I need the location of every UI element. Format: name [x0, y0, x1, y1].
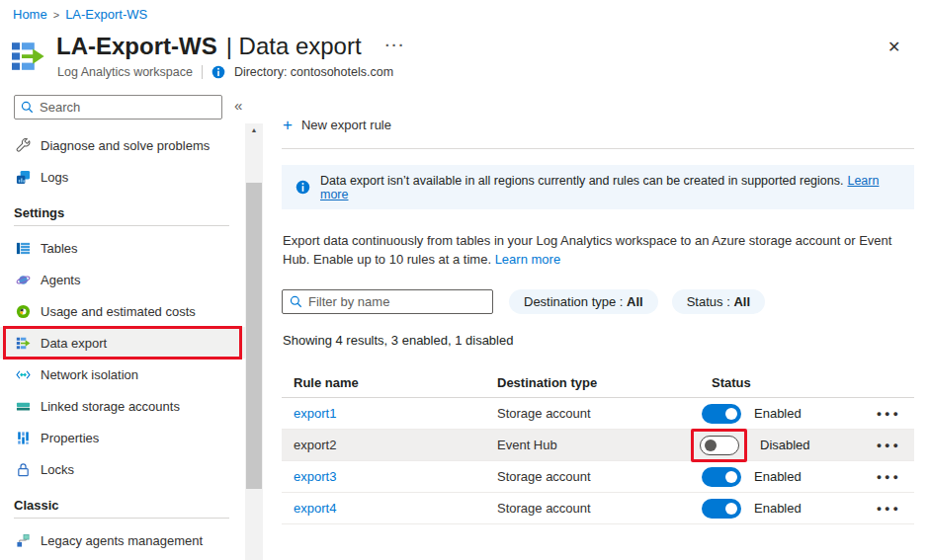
- sidebar-item-locks[interactable]: Locks: [0, 453, 245, 485]
- sidebar-item-label: Legacy agents management: [41, 533, 203, 548]
- workspace-name: LA-Export-WS: [56, 33, 217, 60]
- subtitle-divider: [202, 65, 203, 79]
- sidebar-item-usage[interactable]: Usage and estimated costs: [0, 295, 245, 327]
- pill-value: All: [733, 294, 750, 309]
- results-summary: Showing 4 results, 3 enabled, 1 disabled: [283, 333, 513, 348]
- scrollbar-up-arrow-icon[interactable]: ▲: [245, 126, 263, 133]
- table-row-export2: export2 Event Hub Disabled ●●●: [282, 430, 914, 461]
- info-icon: [211, 65, 225, 79]
- row-context-menu-icon[interactable]: ●●●: [877, 472, 914, 482]
- rule-name-link[interactable]: export4: [294, 501, 336, 516]
- destination-type-cell: Event Hub: [497, 438, 702, 452]
- section-label: Settings: [14, 205, 64, 220]
- status-toggle[interactable]: [702, 499, 741, 519]
- sidebar-item-linked-storage[interactable]: Linked storage accounts: [0, 390, 245, 422]
- directory-label: Directory: contosohotels.com: [234, 65, 393, 79]
- filter-row: Destination type : All Status : All: [282, 289, 765, 314]
- sidebar-item-data-export[interactable]: Data export: [0, 327, 245, 359]
- header-subtitle: Log Analytics workspace Directory: conto…: [57, 65, 393, 79]
- pill-label: Status :: [687, 294, 730, 309]
- info-banner: Data export isn’t available in all regio…: [282, 165, 914, 209]
- table-row-export1: export1 Storage account Enabled ●●●: [282, 398, 914, 430]
- rule-name-link[interactable]: export1: [294, 406, 336, 421]
- table-header-row: Rule name Destination type Status: [282, 367, 914, 398]
- breadcrumb-home-link[interactable]: Home: [13, 7, 47, 22]
- search-icon: [290, 295, 302, 308]
- sidebar-scrollbar[interactable]: ▲: [245, 123, 263, 560]
- close-icon[interactable]: ✕: [887, 38, 900, 56]
- filter-by-name-input[interactable]: [308, 294, 485, 309]
- sidebar-item-label: Data export: [41, 336, 107, 351]
- status-toggle-wrap: [702, 404, 741, 424]
- destination-type-cell: Storage account: [497, 501, 702, 516]
- status-toggle[interactable]: [702, 467, 741, 487]
- sidebar-item-label: Network isolation: [41, 367, 138, 382]
- sidebar: « Diagnose and solve problems Logs Setti…: [0, 89, 267, 560]
- rule-name-link[interactable]: export2: [294, 438, 336, 452]
- description-learn-more-link[interactable]: Learn more: [495, 252, 560, 267]
- info-icon: [296, 180, 310, 195]
- properties-icon: [15, 430, 31, 445]
- sidebar-item-legacy-agents[interactable]: Legacy agents management: [0, 524, 245, 556]
- title-more-menu-button[interactable]: ···: [385, 37, 406, 53]
- page-title: LA-Export-WS | Data export ···: [56, 33, 406, 60]
- row-context-menu-icon[interactable]: ●●●: [877, 504, 914, 514]
- destination-type-filter-pill[interactable]: Destination type : All: [509, 289, 658, 314]
- status-label: Enabled: [754, 406, 802, 421]
- rule-name-link[interactable]: export3: [294, 469, 336, 484]
- sidebar-search[interactable]: [14, 95, 222, 120]
- sidebar-item-logs[interactable]: Logs: [0, 161, 245, 193]
- collapse-sidebar-icon[interactable]: «: [234, 97, 242, 114]
- destination-type-cell: Storage account: [497, 469, 702, 484]
- table-row-export3: export3 Storage account Enabled ●●●: [282, 461, 914, 493]
- banner-text: Data export isn’t available in all regio…: [320, 174, 900, 201]
- table-icon: [15, 240, 31, 256]
- section-label: Classic: [14, 498, 59, 513]
- main-content: + New export rule Data export isn’t avai…: [282, 89, 914, 560]
- row-context-menu-icon[interactable]: ●●●: [877, 409, 914, 419]
- sidebar-item-agents[interactable]: Agents: [0, 264, 245, 295]
- table-row-export4: export4 Storage account Enabled ●●●: [282, 493, 914, 524]
- status-toggle-wrap-callout: [691, 429, 747, 462]
- storage-icon: [15, 398, 31, 414]
- status-toggle[interactable]: [702, 404, 741, 424]
- status-filter-pill[interactable]: Status : All: [672, 289, 765, 314]
- row-context-menu-icon[interactable]: ●●●: [877, 440, 914, 450]
- new-export-rule-button[interactable]: + New export rule: [283, 117, 391, 133]
- scrollbar-thumb[interactable]: [246, 183, 262, 489]
- pill-label: Destination type :: [524, 294, 623, 309]
- description-text: Export data continuously from tables in …: [283, 231, 900, 269]
- wrench-icon: [15, 137, 31, 153]
- sidebar-item-diagnose[interactable]: Diagnose and solve problems: [0, 129, 245, 161]
- breadcrumb-workspace-link[interactable]: LA-Export-WS: [65, 7, 147, 22]
- sidebar-item-properties[interactable]: Properties: [0, 422, 245, 453]
- status-toggle[interactable]: [700, 436, 739, 455]
- breadcrumb-separator: >: [53, 9, 59, 21]
- sidebar-item-label: Logs: [41, 170, 68, 185]
- sidebar-item-label: Agents: [41, 273, 80, 287]
- logs-icon: [15, 169, 31, 185]
- sidebar-section-classic: Classic: [0, 485, 245, 524]
- plus-icon: +: [283, 117, 293, 133]
- sidebar-item-tables[interactable]: Tables: [0, 232, 245, 264]
- column-header-rule-name: Rule name: [282, 375, 497, 390]
- sidebar-item-label: Tables: [41, 241, 78, 256]
- legacy-agents-icon: [15, 532, 31, 548]
- data-export-icon: [10, 39, 45, 74]
- commandbar-divider: [282, 148, 914, 149]
- data-export-blade: Home > LA-Export-WS LA-Export-WS | Data …: [0, 0, 929, 560]
- sidebar-item-network-isolation[interactable]: Network isolation: [0, 359, 245, 390]
- pill-value: All: [627, 294, 643, 309]
- sidebar-item-label: Diagnose and solve problems: [41, 138, 210, 153]
- filter-by-name-field[interactable]: [282, 289, 493, 314]
- network-isolation-icon: [15, 366, 31, 382]
- search-input[interactable]: [40, 100, 215, 115]
- breadcrumb: Home > LA-Export-WS: [13, 7, 147, 22]
- destination-type-cell: Storage account: [497, 406, 702, 421]
- sidebar-item-label: Linked storage accounts: [41, 399, 180, 414]
- status-label: Enabled: [754, 501, 802, 516]
- status-toggle-wrap: [702, 499, 741, 519]
- sidebar-section-settings: Settings: [0, 193, 245, 232]
- resource-type-label: Log Analytics workspace: [57, 65, 193, 79]
- data-export-icon: [15, 335, 31, 351]
